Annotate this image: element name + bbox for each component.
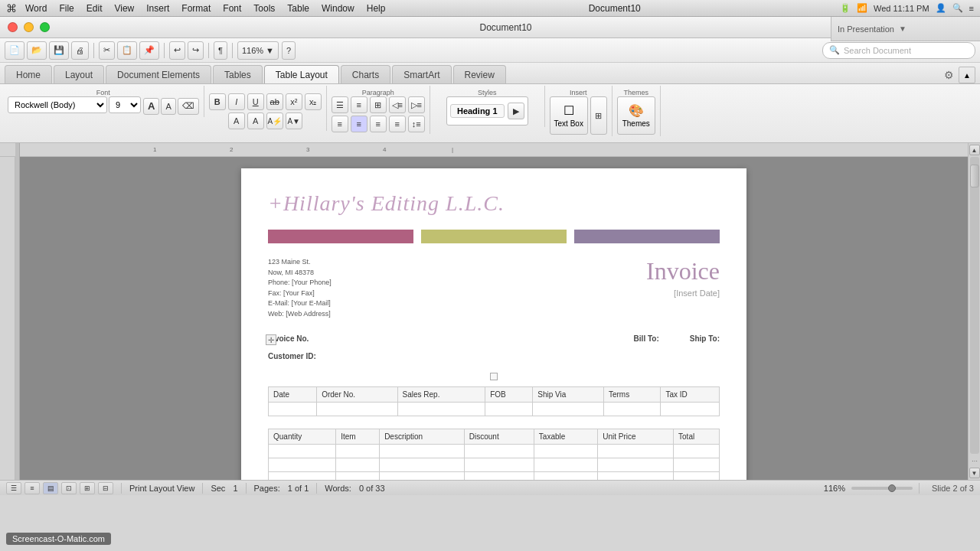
menu-edit[interactable]: Edit bbox=[83, 3, 106, 14]
li-total-3[interactable] bbox=[674, 472, 720, 481]
li-tax-1[interactable] bbox=[534, 445, 597, 458]
bullets-button[interactable]: ☰ bbox=[332, 96, 348, 113]
menu-file[interactable]: File bbox=[55, 3, 77, 14]
menu-format[interactable]: Format bbox=[178, 3, 214, 14]
scroll-up-button[interactable]: ▲ bbox=[969, 145, 980, 155]
document-page[interactable]: +Hillary's Editing L.L.C. 123 Maine St. … bbox=[241, 168, 746, 480]
li-qty-1[interactable] bbox=[269, 445, 336, 458]
zoom-dropdown[interactable]: 116% ▼ bbox=[237, 41, 279, 60]
menu-icon[interactable]: ≡ bbox=[969, 4, 974, 13]
vertical-scrollbar[interactable]: ▲ ⋯ ▼ bbox=[968, 143, 980, 480]
toolbar-copy[interactable]: 📋 bbox=[117, 41, 137, 60]
cell-terms[interactable] bbox=[603, 403, 660, 416]
justify-button[interactable]: ≡ bbox=[389, 116, 406, 132]
li-item-3[interactable] bbox=[336, 472, 380, 481]
align-center-button[interactable]: ≡ bbox=[351, 116, 368, 132]
insert-extra-btn[interactable]: ⊞ bbox=[590, 96, 607, 135]
toolbar-print[interactable]: 🖨 bbox=[71, 41, 89, 60]
li-total-2[interactable] bbox=[674, 458, 720, 472]
align-left-button[interactable]: ≡ bbox=[332, 116, 348, 132]
font-family-select[interactable]: Rockwell (Body) bbox=[8, 96, 107, 113]
li-tax-2[interactable] bbox=[534, 458, 597, 472]
view-btn-normal[interactable]: ☰ bbox=[6, 482, 21, 494]
menu-table[interactable]: Table bbox=[283, 3, 313, 14]
toolbar-help[interactable]: ? bbox=[282, 41, 296, 60]
cell-fob[interactable] bbox=[485, 403, 533, 416]
line-item-row-3[interactable] bbox=[269, 472, 720, 481]
table-row[interactable] bbox=[269, 403, 720, 416]
view-btn-web[interactable]: ⊡ bbox=[61, 482, 77, 494]
ribbon-collapse-icon[interactable]: ▲ bbox=[959, 67, 975, 83]
view-btn-focus[interactable]: ⊟ bbox=[98, 482, 113, 494]
li-tax-3[interactable] bbox=[534, 472, 597, 481]
menu-font[interactable]: Font bbox=[219, 3, 245, 14]
line-spacing-button[interactable]: ↕≡ bbox=[408, 116, 425, 132]
cell-sales-rep[interactable] bbox=[397, 403, 485, 416]
toolbar-format[interactable]: ¶ bbox=[214, 41, 227, 60]
font-clear-btn[interactable]: ⌫ bbox=[178, 98, 199, 115]
menu-word[interactable]: Word bbox=[21, 3, 51, 14]
pres-expand-icon[interactable]: ▼ bbox=[899, 24, 906, 33]
menu-insert[interactable]: Insert bbox=[142, 3, 173, 14]
scroll-track[interactable] bbox=[970, 157, 979, 454]
view-btn-outline[interactable]: ≡ bbox=[24, 482, 40, 494]
scroll-thumb[interactable] bbox=[970, 165, 979, 187]
minimize-button[interactable] bbox=[24, 22, 34, 32]
toolbar-undo[interactable]: ↩ bbox=[169, 41, 185, 60]
tab-table-layout[interactable]: Table Layout bbox=[264, 65, 339, 83]
font-shrink-btn[interactable]: A bbox=[161, 98, 175, 115]
table-move-handle[interactable]: ✛ bbox=[266, 334, 276, 345]
font-size-select[interactable]: 9 bbox=[109, 96, 141, 113]
tab-document-elements[interactable]: Document Elements bbox=[106, 65, 211, 83]
superscript-button[interactable]: x² bbox=[286, 93, 302, 110]
tab-review[interactable]: Review bbox=[453, 65, 506, 83]
invoice-no-cursor[interactable] bbox=[339, 334, 603, 343]
customer-id-field[interactable]: Customer ID: bbox=[268, 352, 720, 360]
text-effects-button[interactable]: A⚡ bbox=[266, 112, 283, 129]
line-item-row-1[interactable] bbox=[269, 445, 720, 458]
tab-charts[interactable]: Charts bbox=[341, 65, 390, 83]
align-right-button[interactable]: ≡ bbox=[370, 116, 387, 132]
font-grow-btn[interactable]: A bbox=[143, 98, 159, 115]
menu-help[interactable]: Help bbox=[363, 3, 390, 14]
indent-increase-btn[interactable]: ▷≡ bbox=[408, 96, 425, 113]
toolbar-save[interactable]: 💾 bbox=[49, 41, 69, 60]
tab-tables[interactable]: Tables bbox=[213, 65, 263, 83]
numbering-button[interactable]: ≡ bbox=[351, 96, 368, 113]
li-disc-2[interactable] bbox=[464, 458, 534, 472]
li-item-2[interactable] bbox=[336, 458, 380, 472]
li-item-1[interactable] bbox=[336, 445, 380, 458]
underline-button[interactable]: U bbox=[247, 93, 264, 110]
li-desc-3[interactable] bbox=[380, 472, 465, 481]
li-desc-1[interactable] bbox=[380, 445, 465, 458]
li-price-2[interactable] bbox=[598, 458, 674, 472]
styles-expand-btn[interactable]: ▶ bbox=[508, 103, 524, 119]
italic-button[interactable]: I bbox=[228, 93, 245, 110]
zoom-thumb[interactable] bbox=[888, 484, 896, 492]
search-box[interactable]: 🔍 Search Document bbox=[822, 42, 975, 59]
menu-tools[interactable]: Tools bbox=[250, 3, 279, 14]
subscript-button[interactable]: x₂ bbox=[305, 93, 322, 110]
li-disc-1[interactable] bbox=[464, 445, 534, 458]
cell-tax-id[interactable] bbox=[661, 403, 720, 416]
view-btn-print[interactable]: ▤ bbox=[43, 482, 58, 494]
strikethrough-button[interactable]: ab bbox=[266, 93, 283, 110]
scroll-down-button[interactable]: ▼ bbox=[969, 468, 980, 478]
text-color-btn2[interactable]: A▼ bbox=[286, 112, 302, 129]
view-btn-notebook[interactable]: ⊞ bbox=[80, 482, 95, 494]
maximize-button[interactable] bbox=[40, 22, 50, 32]
menu-view[interactable]: View bbox=[110, 3, 138, 14]
tab-home[interactable]: Home bbox=[5, 65, 52, 83]
themes-button[interactable]: 🎨 Themes bbox=[617, 96, 655, 135]
li-qty-2[interactable] bbox=[269, 458, 336, 472]
li-qty-3[interactable] bbox=[269, 472, 336, 481]
font-color-button[interactable]: A bbox=[247, 112, 264, 129]
bold-button[interactable]: B bbox=[209, 93, 226, 110]
doc-checkbox[interactable] bbox=[490, 373, 498, 380]
li-desc-2[interactable] bbox=[380, 458, 465, 472]
text-box-button[interactable]: ☐ Text Box bbox=[550, 96, 588, 135]
cell-date[interactable] bbox=[269, 403, 317, 416]
outline-button[interactable]: ⊞ bbox=[370, 96, 387, 113]
highlight-button[interactable]: A bbox=[228, 112, 245, 129]
zoom-slider[interactable] bbox=[851, 487, 913, 490]
